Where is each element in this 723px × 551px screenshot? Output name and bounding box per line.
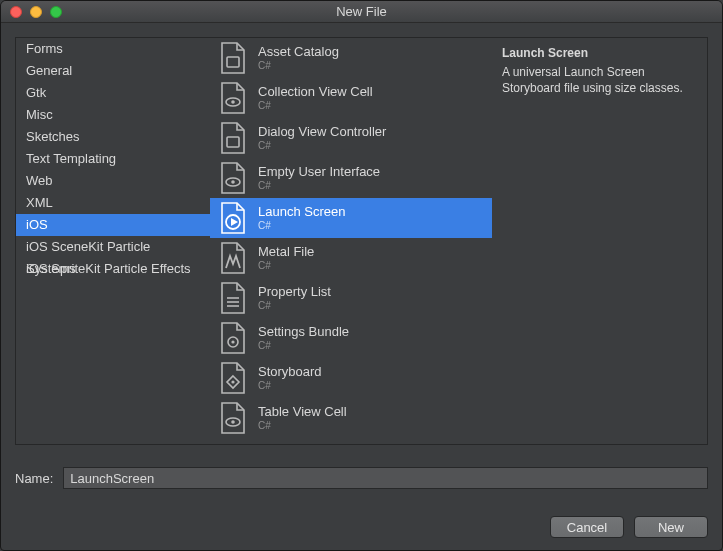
window-title: New File [1,4,722,19]
template-item[interactable]: StoryboardC# [210,358,492,398]
template-name: Asset Catalog [258,45,339,60]
category-item[interactable]: Forms [16,38,210,60]
template-list: Asset CatalogC# Collection View CellC# D… [210,37,492,445]
category-item[interactable]: XML [16,192,210,214]
template-item[interactable]: Metal FileC# [210,238,492,278]
footer-buttons: Cancel New [550,516,708,538]
eye-file-icon [218,401,248,435]
gear-file-icon [218,321,248,355]
svg-point-12 [231,380,234,383]
template-item[interactable]: Collection View CellC# [210,78,492,118]
titlebar: New File [1,1,722,23]
template-lang: C# [258,100,373,112]
eye-file-icon [218,81,248,115]
category-item[interactable]: iOS SceneKit Particle Systems [16,236,210,258]
category-item[interactable]: iOS SpriteKit Particle Effects [16,258,210,280]
template-name: Dialog View Controller [258,125,386,140]
category-item[interactable]: Text Templating [16,148,210,170]
template-lang: C# [258,60,339,72]
template-name: Storyboard [258,365,322,380]
template-item[interactable]: Settings BundleC# [210,318,492,358]
minimize-icon[interactable] [30,6,42,18]
content-area: FormsGeneralGtkMiscSketchesText Templati… [1,23,722,459]
zoom-icon[interactable] [50,6,62,18]
template-name: Table View Cell [258,405,347,420]
name-bar: Name: [1,459,722,493]
description-panel: Launch Screen A universal Launch Screen … [492,37,708,445]
category-item[interactable]: Misc [16,104,210,126]
list-file-icon [218,281,248,315]
category-item[interactable]: Web [16,170,210,192]
template-name: Empty User Interface [258,165,380,180]
svg-point-14 [231,420,235,424]
svg-rect-0 [227,57,239,67]
svg-rect-3 [227,137,239,147]
template-name: Property List [258,285,331,300]
template-name: Launch Screen [258,205,345,220]
cancel-button[interactable]: Cancel [550,516,624,538]
template-lang: C# [258,340,349,352]
category-item[interactable]: General [16,60,210,82]
template-lang: C# [258,220,345,232]
category-list: FormsGeneralGtkMiscSketchesText Templati… [15,37,210,445]
description-title: Launch Screen [502,46,697,60]
name-label: Name: [15,471,53,486]
square-file-icon [218,121,248,155]
template-item[interactable]: Dialog View ControllerC# [210,118,492,158]
category-item[interactable]: iOS [16,214,210,236]
template-lang: C# [258,380,322,392]
svg-point-5 [231,180,235,184]
template-name: Collection View Cell [258,85,373,100]
new-button[interactable]: New [634,516,708,538]
category-item[interactable]: Gtk [16,82,210,104]
close-icon[interactable] [10,6,22,18]
window-controls [10,6,62,18]
diamond-file-icon [218,361,248,395]
template-name: Settings Bundle [258,325,349,340]
template-item[interactable]: Launch ScreenC# [210,198,492,238]
template-name: Metal File [258,245,314,260]
template-lang: C# [258,260,314,272]
description-body: A universal Launch Screen Storyboard fil… [502,64,697,96]
name-input[interactable] [63,467,708,489]
template-item[interactable]: Empty User InterfaceC# [210,158,492,198]
template-item[interactable]: Property ListC# [210,278,492,318]
svg-point-11 [231,340,234,343]
category-item[interactable]: Sketches [16,126,210,148]
template-lang: C# [258,300,331,312]
eye-file-icon [218,161,248,195]
play-file-icon [218,201,248,235]
template-item[interactable]: Asset CatalogC# [210,38,492,78]
template-item[interactable]: Table View CellC# [210,398,492,438]
template-lang: C# [258,420,347,432]
svg-point-2 [231,100,235,104]
template-lang: C# [258,140,386,152]
metal-file-icon [218,241,248,275]
square-file-icon [218,41,248,75]
template-lang: C# [258,180,380,192]
